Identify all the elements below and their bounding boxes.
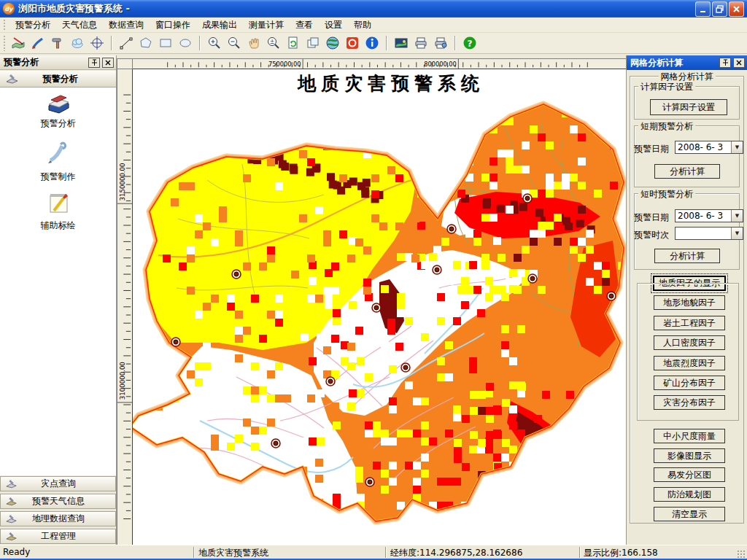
- zoom-out-icon[interactable]: [225, 34, 243, 52]
- window-titlebar: dy 浏阳市地质灾害预警系统 -: [0, 0, 747, 18]
- clear-display-button[interactable]: 清空显示: [654, 507, 725, 521]
- stamp-icon: [6, 497, 18, 506]
- short-time-date-combo[interactable]: 2008- 6- 3 ▼: [675, 209, 743, 222]
- crosshair-icon[interactable]: [88, 34, 106, 52]
- grid-analysis-panel: 网格分析计算 网格分析计算 计算因子设置 计算因子设置 短期预警分析 预警日期 …: [626, 55, 747, 545]
- minimize-button[interactable]: [695, 1, 711, 17]
- map-canvas[interactable]: 地质灾害预警系统: [133, 69, 626, 545]
- hazard-map: [133, 69, 626, 545]
- menu-data-query[interactable]: 数据查询: [103, 18, 150, 32]
- town-marker: [271, 439, 280, 448]
- disaster-factor-button[interactable]: 灾害分布因子: [654, 395, 725, 410]
- tool-warning-analysis[interactable]: 预警分析: [0, 91, 116, 130]
- town-marker: [232, 270, 241, 279]
- menu-window-ops[interactable]: 窗口操作: [150, 18, 196, 32]
- zoom-extent-icon[interactable]: ±: [265, 34, 282, 52]
- bar-warning-weather-info[interactable]: 预警天气信息: [0, 494, 116, 509]
- left-panel-title: 预警分析: [4, 56, 39, 69]
- tool-auxiliary-plot[interactable]: 辅助标绘: [0, 189, 116, 232]
- bar-geo-data-query[interactable]: 地理数据查询: [0, 511, 116, 526]
- info-icon[interactable]: [363, 34, 381, 52]
- refresh-view-icon[interactable]: [285, 34, 302, 52]
- menu-help[interactable]: 帮助: [348, 18, 377, 32]
- short-term-analyze-button[interactable]: 分析计算: [654, 164, 720, 179]
- right-panel-pin-button[interactable]: [719, 58, 731, 68]
- bar-disaster-point-query[interactable]: 灾点查询: [0, 476, 116, 491]
- minimize-icon: [699, 5, 707, 13]
- resize-grip[interactable]: [737, 550, 746, 559]
- cloud-icon[interactable]: [69, 34, 86, 52]
- menu-weather-info[interactable]: 天气信息: [56, 18, 103, 32]
- imagery-button[interactable]: 影像图显示: [654, 448, 725, 463]
- rectangle-tool-icon[interactable]: [157, 34, 174, 52]
- seismic-factor-button[interactable]: 地震烈度因子: [654, 356, 725, 370]
- chevron-down-icon[interactable]: ▼: [731, 141, 743, 153]
- tool-warning-production[interactable]: 预警制作: [0, 139, 116, 183]
- polygon-tool-icon[interactable]: [137, 34, 155, 52]
- status-divider: [193, 547, 195, 558]
- short-time-hour-combo[interactable]: ▼: [675, 227, 743, 240]
- top-ruler: 750000.00 800000.00: [133, 58, 626, 69]
- ruler-label-y2: 3100000.00: [119, 362, 126, 400]
- line-tool-icon[interactable]: [117, 34, 135, 52]
- warning-analysis-panel: 预警分析 预警分析 预警分析: [0, 55, 117, 545]
- globe-icon[interactable]: [324, 34, 341, 52]
- short-term-date-label: 预警日期: [634, 143, 669, 155]
- town-marker: [523, 194, 532, 203]
- left-panel-header[interactable]: 预警分析: [0, 71, 116, 88]
- edit-map-icon[interactable]: [9, 34, 27, 52]
- menu-settings[interactable]: 设置: [319, 18, 348, 32]
- left-panel-pin-button[interactable]: [88, 58, 100, 68]
- town-marker: [433, 265, 441, 274]
- status-ready: Ready: [3, 547, 30, 557]
- notepad-icon: [44, 189, 72, 217]
- short-time-hour-label: 预警时次: [634, 229, 669, 241]
- restore-icon: [716, 5, 724, 13]
- population-factor-button[interactable]: 人口密度因子: [654, 335, 725, 350]
- ellipse-tool-icon[interactable]: [177, 34, 194, 52]
- restore-button[interactable]: [712, 1, 727, 17]
- toolbar-separator: [199, 36, 201, 50]
- short-term-date-combo[interactable]: 2008- 6- 3 ▼: [675, 141, 743, 154]
- stamp-icon: [6, 74, 19, 84]
- copy-layers-icon[interactable]: [304, 34, 322, 52]
- short-time-date-label: 预警日期: [634, 211, 669, 224]
- print-preview-icon[interactable]: [432, 34, 449, 52]
- toolbar-separator: [386, 36, 387, 50]
- susceptibility-map-button[interactable]: 易发分区图: [654, 467, 725, 482]
- chevron-down-icon[interactable]: ▼: [731, 228, 743, 239]
- menu-result-output[interactable]: 成果输出: [196, 18, 243, 32]
- pen-icon: [44, 139, 72, 168]
- right-panel-close-button[interactable]: [733, 58, 745, 68]
- terrain-factor-button[interactable]: 地形地貌因子: [654, 295, 725, 310]
- rainfall-button[interactable]: 中小尺度雨量: [654, 429, 725, 443]
- print-icon[interactable]: [412, 34, 430, 52]
- hammer-icon[interactable]: [49, 34, 66, 52]
- chevron-down-icon[interactable]: ▼: [731, 210, 743, 222]
- geotech-factor-button[interactable]: 岩土工程因子: [654, 316, 725, 330]
- stop-icon[interactable]: [344, 34, 361, 52]
- menu-warning-analysis[interactable]: 预警分析: [9, 18, 56, 32]
- menu-gripper[interactable]: [3, 19, 7, 31]
- pan-hand-icon[interactable]: [245, 34, 263, 52]
- toolbar-separator: [111, 36, 112, 50]
- status-scale: 显示比例:166.158: [584, 547, 658, 559]
- menu-measure-calc[interactable]: 测量计算: [243, 18, 290, 32]
- short-time-analyze-button[interactable]: 分析计算: [654, 249, 720, 263]
- status-coordinates: 经纬度:114.296875,28.162686: [390, 547, 522, 559]
- left-panel-content: 预警分析 预警制作 辅助标绘: [0, 88, 116, 475]
- prevention-plan-button[interactable]: 防治规划图: [654, 487, 725, 502]
- bar-project-management[interactable]: 工程管理: [0, 529, 116, 544]
- paint-brush-icon[interactable]: [29, 34, 47, 52]
- map-export-icon[interactable]: [392, 34, 410, 52]
- mine-factor-button[interactable]: 矿山分布因子: [654, 376, 725, 390]
- menu-view[interactable]: 查看: [290, 18, 319, 32]
- help-icon[interactable]: ?: [461, 34, 479, 52]
- tool-label: 预警制作: [0, 171, 116, 183]
- close-button[interactable]: [729, 1, 744, 17]
- status-divider: [385, 547, 387, 558]
- factor-setting-button[interactable]: 计算因子设置: [650, 99, 727, 115]
- toolbar-gripper[interactable]: [3, 35, 7, 51]
- zoom-in-icon[interactable]: [206, 34, 223, 52]
- left-panel-close-button[interactable]: [102, 58, 114, 68]
